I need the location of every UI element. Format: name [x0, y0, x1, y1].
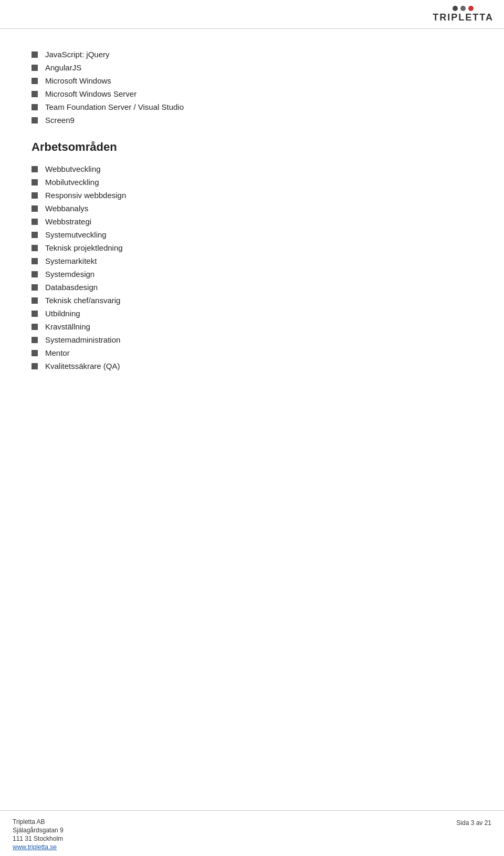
list-item-text: Systemadministration	[45, 335, 120, 344]
list-item: Databasdesign	[32, 283, 472, 292]
bullet-icon	[32, 219, 38, 225]
bullet-icon	[32, 91, 38, 97]
list-item: Microsoft Windows Server	[32, 89, 472, 98]
list-item-text: Team Foundation Server / Visual Studio	[45, 102, 184, 111]
list-item-text: Teknisk projektledning	[45, 243, 123, 252]
list-item-text: Utbildning	[45, 309, 80, 318]
footer-left: Tripletta AB Själagårdsgatan 9 111 31 St…	[13, 818, 64, 851]
list-item: Kvalitetssäkrare (QA)	[32, 362, 472, 370]
list-item-text: Microsoft Windows	[45, 76, 111, 85]
list-item: Mentor	[32, 348, 472, 357]
list-item-text: Systemarkitekt	[45, 256, 97, 265]
list-item: Screen9	[32, 116, 472, 125]
intro-bullet-list: JavaScript: jQuery AngularJS Microsoft W…	[32, 50, 472, 125]
list-item-text: Webbanalys	[45, 204, 88, 213]
bullet-icon	[32, 245, 38, 251]
section-heading: Arbetsområden	[32, 140, 472, 154]
bullet-icon	[32, 324, 38, 330]
bullet-icon	[32, 205, 38, 212]
dot-2	[460, 6, 466, 11]
page-number: Sida 3 av 21	[456, 819, 491, 827]
arbetsomraden-bullet-list: Webbutveckling Mobilutveckling Responsiv…	[32, 164, 472, 370]
bullet-icon	[32, 51, 38, 58]
bullet-icon	[32, 104, 38, 110]
bullet-icon	[32, 179, 38, 185]
list-item-text: Screen9	[45, 116, 75, 125]
bullet-icon	[32, 350, 38, 356]
footer-page-info: Sida 3 av 21	[456, 818, 491, 827]
list-item: Webbstrategi	[32, 217, 472, 226]
logo-text: TRIPLETTA	[433, 12, 494, 23]
list-item: JavaScript: jQuery	[32, 50, 472, 59]
list-item: Teknisk chef/ansvarig	[32, 296, 472, 305]
bullet-icon	[32, 117, 38, 123]
list-item-text: Webbutveckling	[45, 164, 101, 173]
list-item: Systemutveckling	[32, 230, 472, 239]
bullet-icon	[32, 337, 38, 343]
list-item-text: Databasdesign	[45, 283, 98, 292]
bullet-icon	[32, 232, 38, 238]
list-item-text: Mentor	[45, 348, 70, 357]
page-header: TRIPLETTA	[0, 0, 504, 29]
list-item: Teknisk projektledning	[32, 243, 472, 252]
footer-address: Själagårdsgatan 9	[13, 827, 64, 834]
logo: TRIPLETTA	[433, 6, 494, 23]
bullet-icon	[32, 311, 38, 317]
list-item: Webbanalys	[32, 204, 472, 213]
bullet-icon	[32, 363, 38, 369]
main-content: JavaScript: jQuery AngularJS Microsoft W…	[0, 29, 504, 407]
list-item: Systemarkitekt	[32, 256, 472, 265]
list-item-text: Webbstrategi	[45, 217, 91, 226]
list-item: Mobilutveckling	[32, 178, 472, 187]
logo-dots	[453, 6, 474, 11]
bullet-icon	[32, 258, 38, 264]
footer-website[interactable]: www.tripletta.se	[13, 843, 64, 851]
bullet-icon	[32, 192, 38, 199]
list-item-text: Teknisk chef/ansvarig	[45, 296, 120, 305]
list-item: Systemadministration	[32, 335, 472, 344]
list-item-text: Responsiv webbdesign	[45, 191, 126, 200]
dot-1	[453, 6, 458, 11]
bullet-icon	[32, 65, 38, 71]
list-item-text: Systemutveckling	[45, 230, 107, 239]
dot-3	[468, 6, 474, 11]
list-item-text: Kvalitetssäkrare (QA)	[45, 362, 120, 370]
footer-city: 111 31 Stockholm	[13, 835, 64, 842]
bullet-icon	[32, 78, 38, 84]
list-item: Kravställning	[32, 322, 472, 331]
list-item: AngularJS	[32, 63, 472, 72]
page-footer: Tripletta AB Själagårdsgatan 9 111 31 St…	[0, 810, 504, 856]
list-item-text: JavaScript: jQuery	[45, 50, 110, 59]
list-item-text: Systemdesign	[45, 270, 94, 279]
list-item-text: Mobilutveckling	[45, 178, 99, 187]
list-item: Utbildning	[32, 309, 472, 318]
list-item: Webbutveckling	[32, 164, 472, 173]
list-item-text: Microsoft Windows Server	[45, 89, 136, 98]
list-item: Responsiv webbdesign	[32, 191, 472, 200]
list-item-text: AngularJS	[45, 63, 81, 72]
list-item: Systemdesign	[32, 270, 472, 279]
footer-company: Tripletta AB	[13, 818, 64, 826]
bullet-icon	[32, 284, 38, 291]
list-item-text: Kravställning	[45, 322, 90, 331]
bullet-icon	[32, 297, 38, 304]
bullet-icon	[32, 271, 38, 277]
list-item: Team Foundation Server / Visual Studio	[32, 102, 472, 111]
bullet-icon	[32, 166, 38, 172]
list-item: Microsoft Windows	[32, 76, 472, 85]
